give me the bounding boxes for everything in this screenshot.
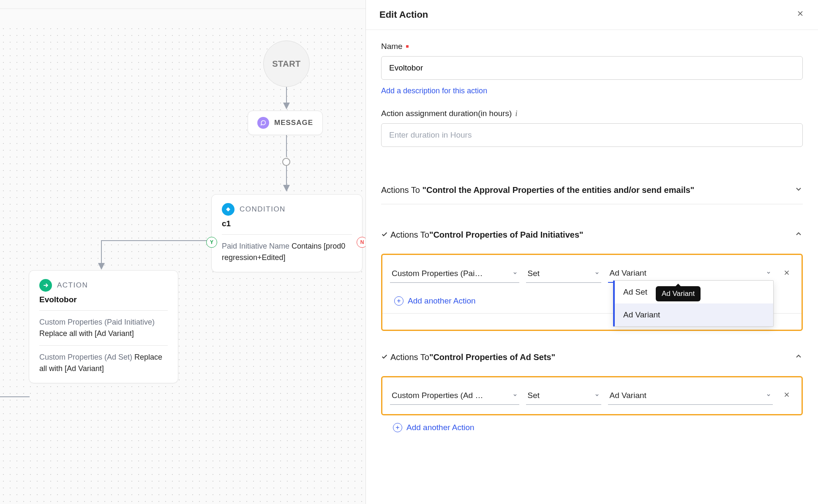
port-no[interactable]: N xyxy=(357,237,366,248)
chevron-down-icon xyxy=(766,392,771,399)
chevron-up-icon xyxy=(794,352,803,363)
tooltip-ad-variant: Ad Variant xyxy=(656,286,701,301)
condition-desc: Paid Initiative Name Contains [prod0 reg… xyxy=(222,241,352,263)
edit-action-panel: Edit Action Name Add a description for t… xyxy=(366,0,818,504)
name-input[interactable] xyxy=(381,56,803,80)
section-approval[interactable]: Actions To "Control the Approval Propert… xyxy=(381,176,803,204)
add-another-action-adset[interactable]: + Add another Action xyxy=(381,415,803,436)
ad-sets-group: Custom Properties (Ad … Set Ad Variant xyxy=(381,376,803,415)
duration-input[interactable] xyxy=(381,123,803,147)
action-node[interactable]: ACTION Evoltobor Custom Properties (Paid… xyxy=(29,270,178,383)
action-desc-1: Custom Properties (Paid Initiative) Repl… xyxy=(39,317,168,339)
operator-select-paid[interactable]: Set xyxy=(526,265,601,283)
message-node[interactable]: MESSAGE xyxy=(248,111,323,135)
name-label: Name xyxy=(381,42,803,51)
duration-label: Action assignment duration(in hours) i xyxy=(381,109,803,118)
connector-dot[interactable] xyxy=(282,158,290,166)
remove-row-button[interactable] xyxy=(780,391,794,401)
port-yes[interactable]: Y xyxy=(206,237,217,248)
condition-node[interactable]: CONDITION c1 Paid Initiative Name Contai… xyxy=(211,194,363,272)
value-select-adset[interactable]: Ad Variant xyxy=(608,387,773,405)
add-description-link[interactable]: Add a description for this action xyxy=(381,87,487,95)
info-icon[interactable]: i xyxy=(515,109,517,118)
section-paid-initiatives[interactable]: Actions To "Control Properties of Paid I… xyxy=(381,221,803,249)
dropdown-option-ad-variant[interactable]: Ad Variant xyxy=(615,303,773,326)
start-node[interactable]: START xyxy=(263,41,310,87)
chevron-down-icon xyxy=(794,185,803,195)
operator-select-adset[interactable]: Set xyxy=(526,387,601,405)
svg-rect-3 xyxy=(226,207,230,211)
section-ad-sets[interactable]: Actions To "Control Properties of Ad Set… xyxy=(381,344,803,371)
close-button[interactable] xyxy=(796,9,804,20)
chevron-up-icon xyxy=(794,230,803,240)
plus-circle-icon: + xyxy=(394,296,404,306)
panel-title: Edit Action xyxy=(379,9,428,20)
paid-initiatives-group: Custom Properties (Pai… Set Ad Variant xyxy=(381,254,803,331)
property-select-adset[interactable]: Custom Properties (Ad … xyxy=(390,387,519,405)
message-icon xyxy=(257,117,269,129)
chevron-down-icon xyxy=(766,270,771,276)
condition-type-label: CONDITION xyxy=(240,205,286,214)
action-desc-2: Custom Properties (Ad Set) Replace all w… xyxy=(39,352,168,374)
start-label: START xyxy=(272,59,301,69)
chevron-down-icon xyxy=(513,392,518,399)
message-label: MESSAGE xyxy=(274,119,313,127)
chevron-down-icon xyxy=(594,392,600,399)
action-title: Evoltobor xyxy=(39,295,168,304)
remove-row-button[interactable] xyxy=(780,269,794,279)
plus-circle-icon: + xyxy=(393,423,402,432)
property-select-paid[interactable]: Custom Properties (Pai… xyxy=(390,265,519,283)
chevron-down-icon xyxy=(513,270,518,277)
condition-title: c1 xyxy=(222,219,352,228)
action-type-label: ACTION xyxy=(57,281,88,290)
required-indicator xyxy=(406,45,409,48)
check-icon xyxy=(381,231,389,239)
chevron-down-icon xyxy=(594,270,600,277)
check-icon xyxy=(381,353,389,362)
workflow-canvas[interactable]: START MESSAGE CONDITION c1 Paid Initiati… xyxy=(0,0,366,504)
diamond-icon xyxy=(222,203,234,216)
action-row-adset: Custom Properties (Ad … Set Ad Variant xyxy=(387,385,797,406)
arrow-right-circle-icon xyxy=(39,279,52,292)
